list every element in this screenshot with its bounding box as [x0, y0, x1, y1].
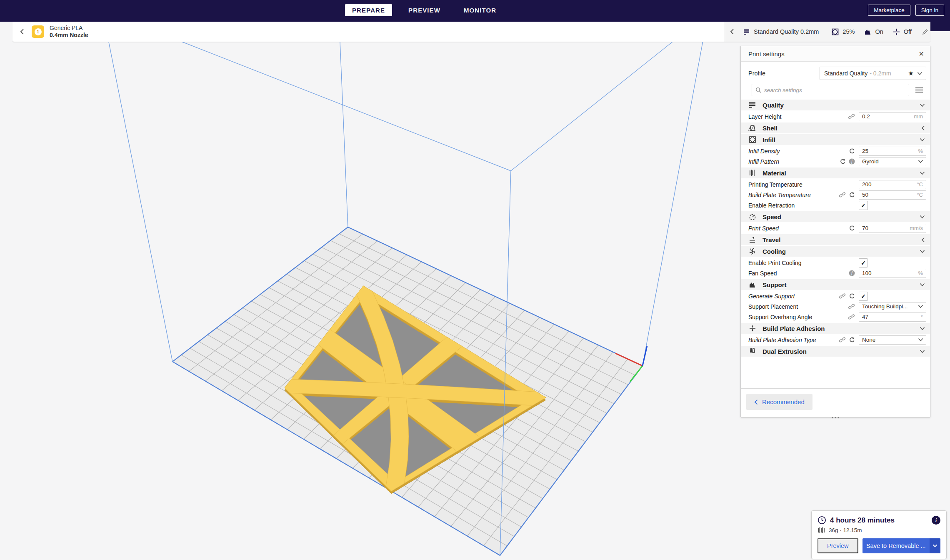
chevron-down-icon[interactable] [920, 350, 925, 353]
link-icon[interactable] [848, 113, 855, 120]
reset-icon[interactable] [849, 225, 855, 231]
setting-row[interactable]: Print Speed70mm/s [741, 223, 930, 233]
reset-icon[interactable] [849, 293, 855, 299]
print-settings-summary[interactable]: Standard Quality 0.2mm 25% On Off [725, 22, 930, 42]
setting-row[interactable]: Build Plate Adhesion TypeNone [741, 335, 930, 345]
tab-prepare[interactable]: PREPARE [345, 4, 392, 16]
setting-row[interactable]: Build Plate Temperature50°C [741, 190, 930, 200]
preview-button[interactable]: Preview [818, 538, 858, 553]
link-icon[interactable] [839, 293, 846, 299]
setting-select[interactable]: Gyroid [859, 157, 926, 166]
setting-checkbox[interactable]: ✓ [859, 292, 868, 301]
infill-icon [748, 136, 757, 143]
reset-icon[interactable] [849, 148, 855, 154]
setting-input[interactable]: 200°C [859, 180, 926, 189]
setting-label: Enable Print Cooling [748, 260, 802, 266]
setting-row[interactable]: Enable Print Cooling✓ [741, 258, 930, 268]
link-icon[interactable] [848, 303, 855, 310]
setting-input[interactable]: 0.2mm [859, 112, 926, 121]
category-row[interactable]: Support [741, 279, 930, 290]
setting-row[interactable]: Layer Height0.2mm [741, 111, 930, 122]
chevron-left-icon[interactable] [921, 125, 925, 131]
category-row[interactable]: Material [741, 168, 930, 178]
collapse-settings-chevron-icon[interactable] [725, 28, 739, 35]
stage-tabs: PREPARE PREVIEW MONITOR [345, 4, 503, 16]
panel-resize-handle[interactable] [832, 417, 839, 418]
category-row[interactable]: Travel [741, 234, 930, 245]
recommended-mode-button[interactable]: Recommended [746, 394, 812, 410]
category-label: Cooling [762, 248, 786, 255]
save-button-label[interactable]: Save to Removable ... [862, 538, 930, 553]
link-icon[interactable] [839, 337, 846, 343]
category-row[interactable]: Quality [741, 100, 930, 110]
category-row[interactable]: Shell [741, 122, 930, 133]
settings-visibility-menu-icon[interactable] [915, 87, 923, 93]
chevron-down-icon[interactable] [920, 250, 925, 253]
star-icon[interactable]: ★ [908, 70, 914, 77]
chevron-down-icon[interactable] [920, 103, 925, 107]
setting-value: 0.2 [862, 113, 870, 120]
printer-material-selector[interactable]: 1 Generic PLA 0.4mm Nozzle [12, 22, 88, 42]
setting-label: Build Plate Adhesion Type [748, 337, 816, 343]
setting-input[interactable]: 47° [859, 312, 926, 322]
setting-row[interactable]: Fan Speedf100% [741, 268, 930, 278]
reset-icon[interactable] [849, 192, 855, 198]
stage-menu-bar: 1 Generic PLA 0.4mm Nozzle Standard Qual… [12, 22, 930, 42]
category-row[interactable]: Speed [741, 211, 930, 222]
setting-label: Support Overhang Angle [748, 314, 812, 320]
setting-row[interactable]: Support PlacementTouching Buildpl... [741, 301, 930, 312]
chevron-down-icon[interactable] [920, 283, 925, 287]
link-icon[interactable] [848, 314, 855, 320]
category-row[interactable]: Build Plate Adhesion [741, 323, 930, 334]
function-icon[interactable]: f [849, 158, 855, 165]
profile-dropdown[interactable]: Standard Quality - 0.2mm ★ [820, 67, 926, 80]
setting-select[interactable]: None [859, 335, 926, 345]
setting-label: Enable Retraction [748, 202, 795, 209]
setting-row[interactable]: Printing Temperature200°C [741, 179, 930, 190]
chevron-down-icon[interactable] [920, 327, 925, 330]
setting-select[interactable]: Touching Buildpl... [859, 302, 926, 311]
setting-input[interactable]: 25% [859, 147, 926, 156]
collapse-printer-chevron-icon[interactable] [12, 22, 32, 42]
setting-checkbox[interactable]: ✓ [859, 201, 868, 210]
setting-unit: % [918, 270, 923, 276]
setting-input[interactable]: 70mm/s [859, 224, 926, 233]
edit-pencil-icon[interactable] [922, 28, 929, 35]
tab-monitor[interactable]: MONITOR [457, 4, 503, 16]
marketplace-button[interactable]: Marketplace [868, 5, 910, 16]
save-button[interactable]: Save to Removable ... [862, 538, 940, 553]
link-icon[interactable] [839, 192, 846, 198]
reset-icon[interactable] [849, 337, 855, 343]
category-row[interactable]: Infill [741, 134, 930, 145]
category-row[interactable]: Dual Extrusion [741, 346, 930, 357]
category-row[interactable]: Cooling [741, 246, 930, 257]
profile-value: Standard Quality [824, 70, 868, 77]
setting-checkbox[interactable]: ✓ [859, 258, 868, 268]
setting-label: Fan Speed [748, 270, 777, 277]
function-icon[interactable]: f [849, 270, 855, 276]
chevron-down-icon[interactable] [920, 138, 925, 142]
category-label: Travel [762, 236, 780, 243]
chevron-left-icon[interactable] [921, 237, 925, 242]
setting-row[interactable]: Generate Support✓ [741, 291, 930, 301]
setting-value: 50 [862, 192, 868, 198]
search-input[interactable]: search settings [752, 84, 909, 96]
extruder-badge: 1 [32, 25, 44, 38]
setting-input[interactable]: 50°C [859, 190, 926, 200]
infill-icon [831, 28, 839, 36]
reset-icon[interactable] [840, 158, 846, 165]
sign-in-button[interactable]: Sign in [915, 5, 944, 16]
close-icon[interactable]: ✕ [919, 50, 924, 58]
setting-row[interactable]: Infill Density25% [741, 146, 930, 156]
setting-row[interactable]: Enable Retraction✓ [741, 200, 930, 210]
chevron-down-icon[interactable] [920, 171, 925, 175]
setting-input[interactable]: 100% [859, 269, 926, 278]
info-icon[interactable]: i [932, 516, 940, 525]
save-dropdown-chevron-icon[interactable] [930, 538, 940, 553]
tab-preview[interactable]: PREVIEW [401, 4, 448, 16]
chevron-down-icon[interactable] [920, 215, 925, 219]
setting-value: 100 [862, 270, 872, 276]
setting-row[interactable]: Infill PatternfGyroid [741, 156, 930, 167]
setting-row[interactable]: Support Overhang Angle47° [741, 312, 930, 322]
setting-label: Printing Temperature [748, 181, 802, 188]
